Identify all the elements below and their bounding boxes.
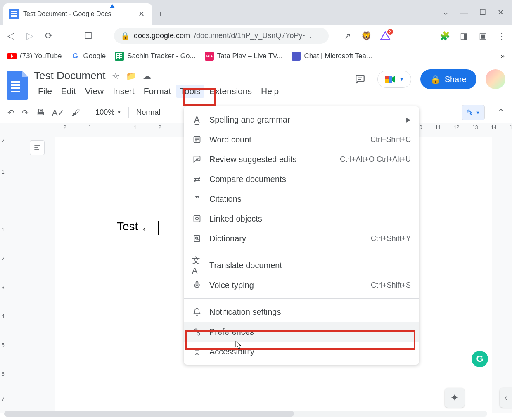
bookmarks-overflow-icon[interactable]: » xyxy=(501,52,505,60)
browser-tab[interactable]: Test Document - Google Docs ✕ xyxy=(3,3,152,25)
meet-button[interactable]: ▼ xyxy=(377,71,411,88)
menu-format[interactable]: Format xyxy=(140,85,175,98)
svg-point-22 xyxy=(196,348,197,349)
cloud-status-icon[interactable]: ☁ xyxy=(143,71,151,81)
tata-icon: TATA xyxy=(205,52,214,61)
docs-logo-icon[interactable] xyxy=(7,71,28,100)
collapse-toolbar-icon[interactable]: ⌃ xyxy=(497,107,505,118)
menu-dictionary[interactable]: Dictionary Ctrl+Shift+Y xyxy=(184,229,419,248)
text-cursor xyxy=(158,221,159,235)
document-outline-icon[interactable] xyxy=(30,140,45,155)
comments-icon[interactable] xyxy=(352,71,368,87)
microphone-icon xyxy=(192,280,202,290)
share-url-icon[interactable]: ↗ xyxy=(342,31,353,41)
menu-translate[interactable]: 文A Translate document xyxy=(184,255,419,275)
wallet-icon[interactable]: ▣ xyxy=(477,31,488,41)
spellcheck-icon: A̲ xyxy=(192,115,202,125)
menu-preferences[interactable]: Preferences xyxy=(184,322,419,342)
preferences-icon xyxy=(192,327,202,337)
tab-close-icon[interactable]: ✕ xyxy=(137,9,146,19)
menu-compare[interactable]: ⇄ Compare documents xyxy=(184,169,419,189)
bookmark-label: Google xyxy=(83,52,106,60)
document-title[interactable]: Test Document xyxy=(34,69,105,82)
move-icon[interactable]: 📁 xyxy=(126,71,136,81)
bookmark-teams[interactable]: Chat | Microsoft Tea... xyxy=(292,52,372,61)
print-button[interactable]: 🖶 xyxy=(36,108,45,117)
back-button[interactable]: ◁ xyxy=(5,30,17,42)
arrow-annotation: ← xyxy=(141,222,152,235)
new-tab-button[interactable]: + xyxy=(152,3,169,25)
bookmark-sheets[interactable]: Sachin Tracker - Go... xyxy=(115,52,195,61)
svg-rect-19 xyxy=(196,282,198,286)
grammarly-icon[interactable]: G xyxy=(472,351,488,367)
menu-accessibility[interactable]: Accessibility xyxy=(184,342,419,361)
docs-header: Test Document ☆ 📁 ☁ File Edit View Inser… xyxy=(0,65,512,100)
share-label: Share xyxy=(445,75,467,84)
paint-format-button[interactable]: 🖌 xyxy=(72,108,80,117)
bookmark-label: Sachin Tracker - Go... xyxy=(127,52,195,60)
bookmark-tata[interactable]: TATA Tata Play – Live TV... xyxy=(205,52,283,61)
svg-rect-5 xyxy=(385,79,389,83)
dictionary-icon xyxy=(192,234,202,243)
reload-button[interactable]: ⟳ xyxy=(43,30,55,42)
bookmark-icon[interactable]: ☐ xyxy=(83,30,94,42)
brave-icon[interactable]: 🦁 xyxy=(361,31,372,41)
browser-menu-icon[interactable]: ⋮ xyxy=(496,31,507,41)
menu-edit[interactable]: Edit xyxy=(57,85,80,98)
share-button[interactable]: 🔒 Share xyxy=(420,69,476,89)
accessibility-icon xyxy=(192,347,202,356)
svg-point-21 xyxy=(194,329,197,332)
forward-button[interactable]: ▷ xyxy=(24,30,36,42)
indent-marker[interactable] xyxy=(110,4,115,8)
url-bar[interactable]: 🔒 docs.google.com/document/d/1hP_y_UsnQ7… xyxy=(114,28,329,44)
spellcheck-button[interactable]: A✓ xyxy=(52,108,64,118)
svg-rect-15 xyxy=(194,216,200,222)
minimize-icon[interactable]: — xyxy=(460,8,468,17)
menu-extensions[interactable]: Extensions xyxy=(205,85,256,98)
sheets-icon xyxy=(115,52,124,61)
close-window-icon[interactable]: ✕ xyxy=(498,8,504,17)
redo-button[interactable]: ↷ xyxy=(22,108,29,118)
horizontal-scrollbar[interactable] xyxy=(4,411,487,417)
explore-button[interactable]: ✦ xyxy=(445,388,465,408)
style-select[interactable]: Normal xyxy=(136,108,160,117)
side-panel-toggle[interactable]: ‹ xyxy=(500,388,512,408)
menu-notification-settings[interactable]: Notification settings xyxy=(184,302,419,322)
compare-icon: ⇄ xyxy=(192,174,202,184)
svg-line-18 xyxy=(197,239,199,240)
url-domain: docs.google.com xyxy=(134,31,190,40)
chevron-down-icon[interactable]: ⌄ xyxy=(443,8,449,17)
docs-favicon xyxy=(9,9,19,19)
menu-separator xyxy=(184,298,419,299)
menu-view[interactable]: View xyxy=(81,85,108,98)
undo-button[interactable]: ↶ xyxy=(7,108,14,118)
menu-voice-typing[interactable]: Voice typing Ctrl+Shift+S xyxy=(184,275,419,295)
account-avatar[interactable] xyxy=(486,69,505,89)
zoom-select[interactable]: 100% ▼ xyxy=(95,108,121,117)
extensions-icon[interactable]: 🧩 xyxy=(439,31,450,41)
separator xyxy=(128,107,129,118)
editing-mode-button[interactable]: ✎ ▼ xyxy=(462,105,485,120)
translate-icon: 文A xyxy=(192,260,202,270)
menu-word-count[interactable]: Word count Ctrl+Shift+C xyxy=(184,130,419,149)
sidepanel-icon[interactable]: ◨ xyxy=(458,31,469,41)
document-text[interactable]: Test ← xyxy=(117,220,159,235)
star-icon[interactable]: ☆ xyxy=(112,71,119,81)
vertical-ruler[interactable]: 2 1 1 2 3 4 5 6 7 xyxy=(0,132,9,413)
dropdown-caret-icon: ▼ xyxy=(399,76,404,82)
menu-linked-objects[interactable]: Linked objects xyxy=(184,209,419,229)
menu-spelling-grammar[interactable]: A̲ Spelling and grammar ▶ xyxy=(184,110,419,130)
maximize-icon[interactable]: ☐ xyxy=(479,8,486,17)
menu-help[interactable]: Help xyxy=(257,85,283,98)
scrollbar-thumb[interactable] xyxy=(4,411,294,417)
menu-citations[interactable]: ❞ Citations xyxy=(184,189,419,209)
bookmark-youtube[interactable]: (73) YouTube xyxy=(7,52,62,61)
menu-insert[interactable]: Insert xyxy=(109,85,139,98)
bookmark-google[interactable]: G Google xyxy=(71,52,106,61)
tools-dropdown: A̲ Spelling and grammar ▶ Word count Ctr… xyxy=(184,106,419,365)
menu-tools[interactable]: Tools xyxy=(176,85,204,98)
menu-review-edits[interactable]: Review suggested edits Ctrl+Alt+O Ctrl+A… xyxy=(184,149,419,169)
brave-shields-icon[interactable]: 2 xyxy=(380,31,391,41)
teams-icon xyxy=(292,52,301,61)
menu-file[interactable]: File xyxy=(34,85,56,98)
